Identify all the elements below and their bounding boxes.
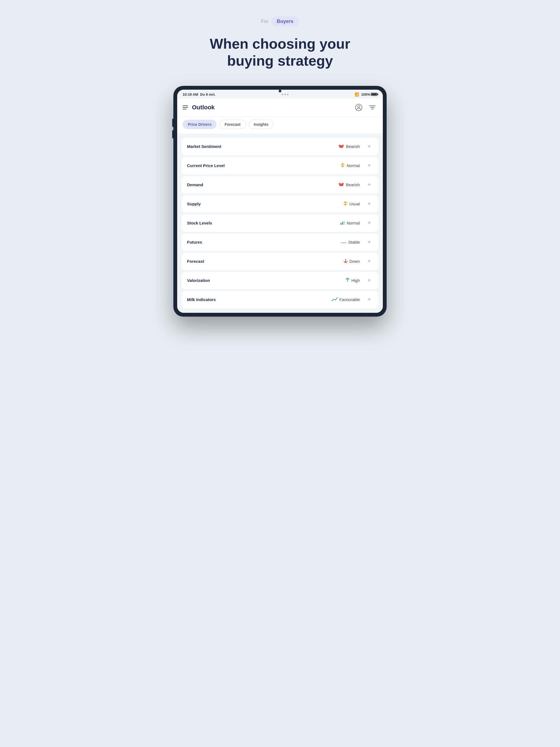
expand-button[interactable]: + (365, 143, 373, 150)
item-value: Bearish (338, 182, 360, 187)
svg-rect-15 (340, 223, 341, 225)
svg-point-6 (339, 145, 340, 146)
tab-price-drivers[interactable]: Price Drivers (183, 120, 217, 129)
item-value: Stable (341, 240, 360, 245)
svg-point-9 (342, 147, 342, 147)
list-item: Demand Bearish + (182, 176, 378, 194)
item-status-icon (340, 220, 345, 226)
dot-2 (284, 94, 286, 95)
buyers-badge: Buyers (271, 17, 299, 27)
item-value: Normal (340, 163, 360, 169)
item-label: Futures (187, 240, 202, 244)
side-button-2 (172, 130, 173, 138)
item-label: Demand (187, 182, 203, 187)
header-right (354, 103, 377, 112)
item-status-icon (341, 240, 347, 245)
item-status-text: Usual (350, 202, 360, 206)
item-right: Normal + (340, 219, 373, 227)
battery-pct: 100% (361, 93, 370, 97)
filter-button[interactable] (367, 103, 377, 112)
item-status-text: High (351, 278, 360, 283)
svg-point-7 (342, 145, 344, 146)
item-label: Current Price Level (187, 163, 225, 168)
tab-forecast-label: Forecast (225, 122, 240, 127)
item-status-icon (332, 297, 338, 302)
wifi-icon: 📶 (355, 93, 359, 97)
list-item: Market Sentiment Bearish + (182, 138, 378, 155)
item-label: Milk Indicators (187, 297, 216, 302)
expand-button[interactable]: + (365, 277, 373, 284)
item-value: Down (343, 259, 360, 264)
item-right: Stable + (341, 238, 373, 246)
battery-bar (371, 93, 377, 96)
expand-button[interactable]: + (365, 296, 373, 304)
list-item: Forecast Down + (182, 253, 378, 270)
for-label: For (261, 19, 269, 24)
expand-button[interactable]: + (365, 219, 373, 227)
top-badge: For Buyers (261, 17, 299, 27)
headline-line2: buying strategy (227, 53, 333, 69)
list-item: Milk Indicators Favourable + (182, 291, 378, 308)
item-status-icon (338, 144, 344, 149)
item-right: Bearish + (338, 143, 373, 150)
status-date: Do 9 mrt. (200, 93, 215, 97)
item-value: High (345, 278, 360, 283)
tabs-container: Price Drivers Forecast Insights (177, 117, 383, 133)
menu-line-2 (183, 107, 188, 108)
item-status-icon (343, 259, 348, 264)
item-status-text: Normal (347, 221, 360, 225)
item-status-text: Stable (348, 240, 360, 244)
status-right: 📶 100% (355, 93, 377, 97)
expand-button[interactable]: + (365, 181, 373, 189)
item-status-icon (343, 201, 348, 207)
expand-button[interactable]: + (365, 238, 373, 246)
item-right: Down + (343, 258, 373, 265)
app-header: Outlook (177, 99, 383, 117)
item-status-text: Favourable (339, 297, 360, 302)
item-label: Forecast (187, 259, 204, 264)
battery-fill (371, 93, 377, 96)
menu-line-3 (183, 109, 186, 109)
expand-button[interactable]: + (365, 258, 373, 265)
tab-insights[interactable]: Insights (249, 120, 274, 129)
list-item: Futures Stable + (182, 233, 378, 251)
tab-forecast[interactable]: Forecast (219, 120, 246, 129)
list-item: Valorization High + (182, 272, 378, 289)
tablet-screen: 10:19 AM Do 9 mrt. 📶 100% (177, 90, 383, 313)
item-right: High + (345, 277, 373, 284)
item-label: Stock Levels (187, 221, 212, 225)
svg-point-1 (358, 106, 360, 108)
item-value: Normal (340, 220, 360, 226)
headline-line1: When choosing your (210, 36, 350, 52)
item-value: Bearish (338, 144, 360, 149)
item-label: Market Sentiment (187, 144, 221, 149)
svg-point-14 (342, 185, 342, 186)
status-time: 10:19 AM (183, 93, 198, 97)
svg-point-13 (340, 185, 341, 186)
item-status-icon (338, 182, 344, 187)
item-label: Valorization (187, 278, 210, 283)
menu-button[interactable] (183, 106, 188, 109)
list-item: Stock Levels Normal + (182, 214, 378, 232)
menu-line-1 (183, 106, 188, 106)
status-time-date: 10:19 AM Do 9 mrt. (183, 93, 215, 97)
svg-point-11 (339, 183, 340, 185)
item-status-text: Normal (347, 163, 360, 168)
tab-price-drivers-label: Price Drivers (188, 122, 211, 127)
item-status-icon (340, 163, 345, 169)
item-status-icon (345, 278, 350, 283)
dot-3 (287, 94, 288, 95)
app-title: Outlook (192, 104, 215, 111)
svg-rect-16 (342, 222, 343, 225)
camera-notch (279, 90, 281, 93)
list-item: Current Price Level Normal + (182, 157, 378, 175)
headline: When choosing your buying strategy (210, 35, 350, 70)
battery: 100% (361, 93, 377, 97)
profile-button[interactable] (354, 103, 364, 112)
expand-button[interactable]: + (365, 162, 373, 170)
expand-button[interactable]: + (365, 200, 373, 208)
side-button-1 (172, 119, 173, 127)
tablet-device: 10:19 AM Do 9 mrt. 📶 100% (173, 86, 387, 317)
item-status-text: Bearish (346, 182, 360, 187)
item-right: Favourable + (332, 296, 373, 304)
